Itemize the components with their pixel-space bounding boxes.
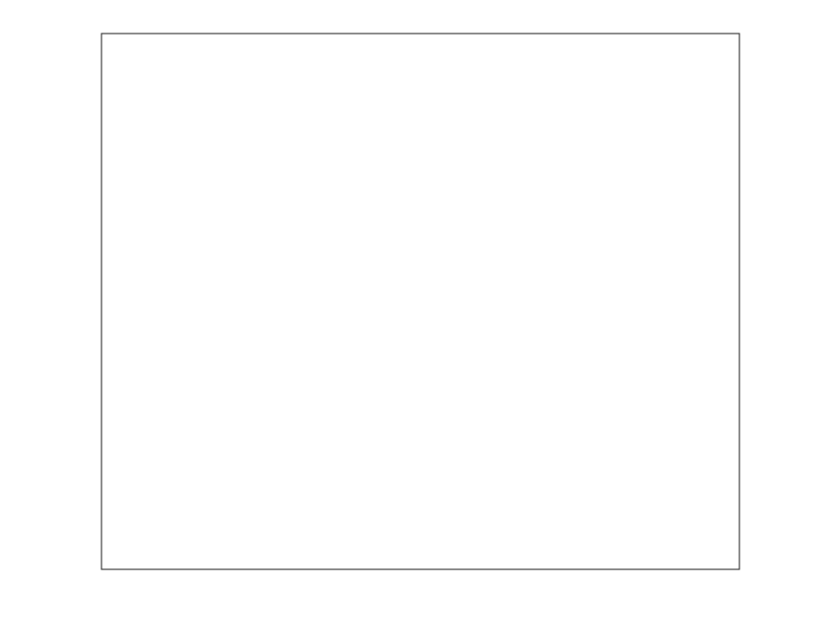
plot-frame xyxy=(101,34,739,569)
helicorder-page xyxy=(0,0,840,631)
helicorder-chart xyxy=(0,0,840,631)
